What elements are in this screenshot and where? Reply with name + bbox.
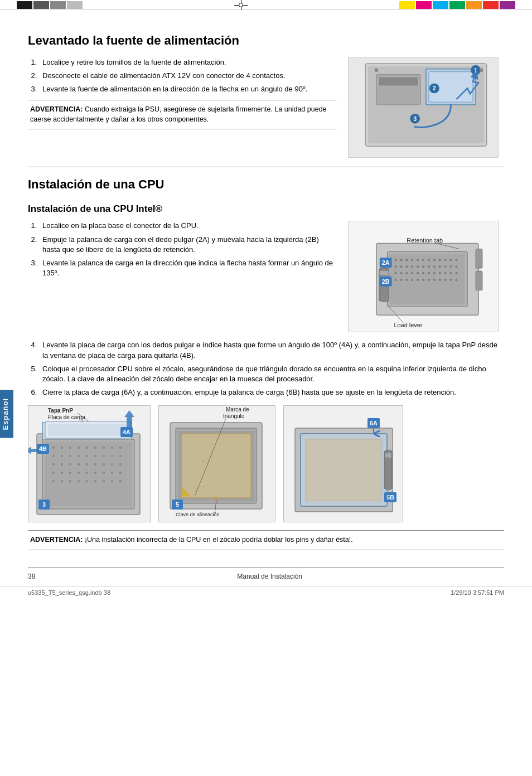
section2-title: Instalación de una CPU (28, 176, 504, 193)
svg-rect-198 (214, 497, 219, 500)
svg-point-45 (417, 272, 419, 274)
section1-layout: Localice y retire los tornillos de la fu… (28, 57, 504, 158)
svg-point-108 (61, 472, 63, 474)
svg-point-111 (86, 472, 88, 474)
section2-step-2: Empuje la palanca de carga con el dedo p… (39, 235, 337, 255)
svg-point-38 (444, 266, 447, 268)
section-divider-1 (28, 167, 504, 167)
svg-point-80 (52, 447, 55, 449)
svg-point-25 (439, 259, 441, 261)
svg-point-112 (94, 472, 96, 474)
diagram-load-plate: Tapa PnP Placa de carga 4B 4A 3 (28, 405, 151, 522)
svg-point-81 (61, 447, 63, 449)
svg-point-117 (61, 480, 63, 482)
section1-warning-label: ADVERTENCIA: (30, 105, 83, 113)
svg-point-102 (86, 463, 88, 465)
svg-rect-211 (306, 439, 381, 501)
svg-point-54 (400, 279, 402, 281)
svg-text:4B: 4B (39, 445, 47, 452)
section1-warning: ADVERTENCIA: Cuando extraiga la PSU, ase… (28, 100, 337, 129)
svg-point-51 (450, 272, 452, 274)
svg-point-88 (119, 447, 122, 449)
svg-point-95 (103, 455, 105, 457)
svg-point-63 (450, 279, 452, 281)
svg-point-20 (411, 259, 413, 261)
svg-point-47 (428, 272, 430, 274)
section1-step-2: Desconecte el cable de alimentación ATX … (39, 71, 337, 81)
footer-center-text: Manual de Instalación (237, 572, 302, 581)
svg-point-36 (433, 266, 436, 268)
svg-rect-75 (476, 249, 482, 269)
svg-text:5: 5 (176, 501, 179, 508)
cpu-socket-box: Retention tab Load lever 2A 2B (348, 221, 499, 332)
section2-cpu-diagram: Retention tab Load lever 2A 2B (348, 221, 504, 332)
section1-step-1: Localice y retire los tornillos de la fu… (39, 57, 337, 67)
svg-point-124 (119, 480, 122, 482)
color-block-cyan (433, 1, 448, 9)
svg-point-116 (52, 480, 55, 482)
svg-point-58 (422, 279, 424, 281)
svg-point-32 (411, 266, 413, 268)
svg-point-115 (119, 472, 122, 474)
svg-point-94 (94, 455, 96, 457)
svg-text:4A: 4A (123, 429, 130, 435)
section2-warning-text: ¡Una instalación incorrecta de la CPU en… (83, 536, 352, 544)
svg-point-48 (433, 272, 436, 274)
svg-point-118 (69, 480, 71, 482)
diagram-cpu-placement: Marca de triángulo 5 Clave de alineación (158, 405, 275, 522)
svg-point-35 (428, 266, 430, 268)
section2-step-3: Levante la palanca de carga en la direcc… (39, 258, 337, 278)
svg-point-120 (86, 480, 88, 482)
bottom-bar-right: 1/29/10 3:57:51 PM (451, 589, 504, 597)
section1-steps: Localice y retire los tornillos de la fu… (39, 57, 337, 95)
svg-rect-79 (45, 442, 132, 506)
svg-point-87 (111, 447, 113, 449)
svg-point-105 (111, 463, 113, 465)
svg-point-121 (94, 480, 96, 482)
top-bar (0, 0, 532, 10)
svg-point-85 (94, 447, 96, 449)
svg-point-18 (400, 259, 402, 261)
section2-warning-label: ADVERTENCIA: (30, 536, 83, 544)
svg-text:2B: 2B (382, 278, 390, 285)
svg-point-92 (78, 455, 80, 457)
svg-point-12 (375, 69, 378, 72)
section1-title: Levantado la fuente de alimentación (28, 32, 504, 50)
svg-point-114 (111, 472, 113, 474)
svg-point-40 (455, 266, 457, 268)
section2-warning: ADVERTENCIA: ¡Una instalación incorrecta… (28, 530, 504, 550)
svg-rect-126 (48, 424, 127, 436)
section1-diagram: 1 2 3 (348, 57, 504, 158)
svg-point-93 (86, 455, 88, 457)
section2-step-5: Coloque el procesador CPU sobre el zócal… (39, 364, 504, 384)
color-blocks-left (17, 1, 83, 9)
svg-text:2A: 2A (382, 260, 390, 266)
section2-steps: Localice en la placa base el conector de… (39, 221, 337, 278)
section2-step-1: Localice en la placa base el conector de… (39, 221, 337, 231)
svg-point-46 (422, 272, 424, 274)
svg-point-113 (103, 472, 105, 474)
svg-point-60 (433, 279, 436, 281)
svg-point-55 (405, 279, 408, 281)
color-block-green (449, 1, 465, 9)
svg-point-101 (78, 463, 80, 465)
svg-point-89 (52, 455, 55, 457)
main-content: Levantado la fuente de alimentación Loca… (0, 10, 532, 567)
svg-point-23 (428, 259, 430, 261)
svg-text:Placa de carga: Placa de carga (48, 414, 85, 420)
svg-text:3: 3 (413, 115, 417, 122)
svg-point-107 (52, 472, 55, 474)
svg-point-49 (439, 272, 441, 274)
color-block-light-gray (67, 1, 83, 9)
section2-step-6: Cierre la placa de carga (6A) y, a conti… (39, 387, 504, 397)
svg-point-50 (444, 272, 447, 274)
svg-point-97 (119, 455, 122, 457)
color-block-purple (500, 1, 515, 9)
svg-point-103 (94, 463, 96, 465)
page-number: 38 (28, 572, 35, 581)
svg-point-59 (428, 279, 430, 281)
svg-point-42 (400, 272, 402, 274)
espanol-sidebar-label: Español (0, 390, 13, 438)
svg-point-29 (395, 266, 397, 268)
svg-point-57 (417, 279, 419, 281)
